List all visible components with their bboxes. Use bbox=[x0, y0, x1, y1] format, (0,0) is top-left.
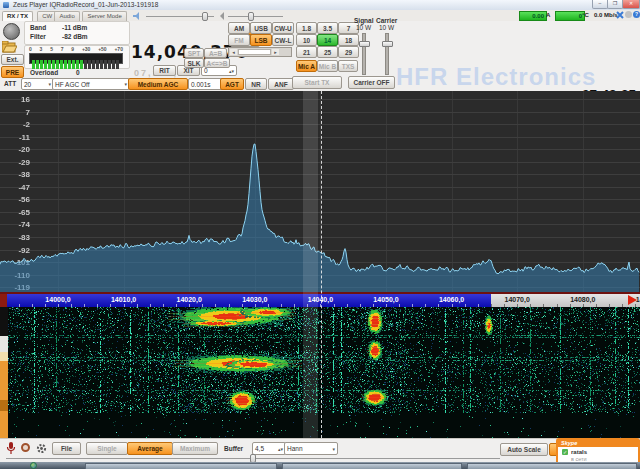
nr-button[interactable]: NR bbox=[245, 78, 267, 90]
hf-agc-value: HF AGC Off bbox=[55, 81, 90, 88]
carrier-power-slider[interactable] bbox=[385, 33, 389, 75]
taskbar-app-button[interactable] bbox=[282, 463, 462, 469]
mic-b-button[interactable]: Mic B bbox=[317, 60, 338, 72]
rit-button[interactable]: RIT bbox=[153, 65, 176, 76]
waterfall-display[interactable] bbox=[8, 307, 640, 438]
band-button-18[interactable]: 18 bbox=[338, 34, 359, 46]
band-button-3_5[interactable]: 3.5 bbox=[317, 22, 338, 34]
band-button-29[interactable]: 29 bbox=[338, 46, 359, 58]
filter-scrollbar[interactable]: ◂ ▸ bbox=[228, 47, 292, 57]
minimize-button[interactable]: – bbox=[592, 0, 608, 9]
auto-scale-button[interactable]: Auto Scale bbox=[500, 443, 548, 456]
mode-button-cw-l[interactable]: CW-L bbox=[272, 34, 294, 46]
mode-button-fm[interactable]: FM bbox=[228, 34, 250, 46]
tab-server-mode[interactable]: Server Mode bbox=[82, 11, 126, 21]
smeter-scale-label: +70 bbox=[114, 46, 122, 52]
online-status-icon: ✓ bbox=[562, 449, 568, 455]
average-button[interactable]: Average bbox=[127, 442, 173, 455]
carrier-power-value: 10 W bbox=[379, 24, 394, 31]
background-window-sliver bbox=[0, 352, 8, 361]
smeter-segment bbox=[56, 60, 59, 69]
pre-button[interactable]: PRE bbox=[1, 66, 24, 78]
rit-value: 0 bbox=[204, 67, 208, 74]
fullscreen-icon[interactable] bbox=[616, 11, 624, 19]
smeter-segment bbox=[64, 60, 67, 69]
ext-button[interactable]: Ext. bbox=[1, 54, 24, 65]
volume-slider-thumb[interactable] bbox=[202, 12, 208, 21]
settings-gear-icon[interactable] bbox=[36, 443, 47, 454]
maximum-button[interactable]: Maximum bbox=[172, 442, 218, 455]
windows-taskbar[interactable] bbox=[0, 462, 640, 469]
smeter-scale-label: 0 bbox=[29, 46, 32, 52]
smeter-scale-label: 3 bbox=[40, 46, 43, 52]
mode-button-usb[interactable]: USB bbox=[250, 22, 272, 34]
skype-header: Skype bbox=[558, 440, 640, 447]
signal-power-thumb[interactable] bbox=[359, 41, 370, 47]
buffer-spinner[interactable]: 4,5▴▾ bbox=[252, 442, 286, 455]
smeter-segment bbox=[104, 60, 107, 69]
anf-button[interactable]: ANF bbox=[268, 78, 294, 90]
taskbar-app-button[interactable] bbox=[85, 463, 277, 469]
agc-time-spinner[interactable]: 0.001s bbox=[188, 78, 223, 90]
agc-time-value: 0.001s bbox=[191, 81, 211, 88]
scroll-right-arrow[interactable]: ▸ bbox=[272, 49, 279, 55]
band-left-marker bbox=[0, 294, 7, 307]
frequency-scale-bar[interactable]: 14000,014010,014020,014030,014040,014050… bbox=[0, 292, 640, 307]
skype-notification[interactable]: Skype ✓ ratals в сети bbox=[556, 438, 640, 464]
smeter-segment bbox=[80, 60, 83, 69]
slk-button[interactable]: SLK bbox=[184, 58, 204, 68]
open-file-icon[interactable] bbox=[2, 41, 17, 53]
signal-power-slider[interactable] bbox=[362, 33, 366, 75]
mic-slider[interactable] bbox=[228, 16, 283, 17]
carrier-power-label: Carrier bbox=[376, 17, 397, 24]
maximize-button[interactable]: ❐ bbox=[607, 0, 623, 9]
band-button-14[interactable]: 14 bbox=[317, 34, 338, 46]
tune-knob[interactable] bbox=[3, 23, 20, 40]
carrier-power-thumb[interactable] bbox=[382, 41, 393, 47]
spt-button[interactable]: SPT bbox=[184, 48, 204, 58]
mode-button-am[interactable]: AM bbox=[228, 22, 250, 34]
start-button[interactable] bbox=[30, 462, 37, 469]
record-mic-icon[interactable] bbox=[6, 442, 16, 455]
frequency-tick-label: 14020,0 bbox=[177, 296, 202, 303]
carrier-off-button[interactable]: Carrier OFF bbox=[348, 76, 395, 89]
window-function-select[interactable]: Hann▾ bbox=[284, 442, 338, 455]
smeter-segment bbox=[96, 60, 99, 69]
txs-button[interactable]: TXS bbox=[338, 60, 358, 72]
help-icon[interactable]: ? bbox=[633, 11, 640, 18]
tab-rx-tx[interactable]: RX / TX bbox=[2, 11, 33, 21]
agt-button[interactable]: AGT bbox=[220, 78, 244, 90]
a-eq-b-button[interactable]: A=B bbox=[204, 48, 227, 58]
smeter-segment bbox=[32, 60, 35, 69]
hf-agc-select[interactable]: HF AGC Off▾ bbox=[52, 78, 130, 90]
scroll-left-arrow[interactable]: ◂ bbox=[230, 49, 237, 55]
record-dot-icon[interactable] bbox=[21, 443, 30, 452]
spectrum-display[interactable] bbox=[0, 91, 640, 292]
file-button[interactable]: File bbox=[52, 442, 81, 455]
smeter-segment bbox=[40, 60, 43, 69]
start-tx-button[interactable]: Start TX bbox=[292, 76, 342, 89]
control-panel: Ext. PRE Band -11 dBm Filter -82 dBm 035… bbox=[0, 21, 640, 91]
close-button[interactable]: ✕ bbox=[622, 0, 640, 9]
band-button-25[interactable]: 25 bbox=[317, 46, 338, 58]
medium-agc-button[interactable]: Medium AGC bbox=[128, 78, 188, 90]
single-button[interactable]: Single bbox=[86, 442, 128, 455]
band-button-21[interactable]: 21 bbox=[296, 46, 317, 58]
frequency-tick-label: 14090,0 bbox=[636, 296, 640, 303]
att-select[interactable]: 20▾ bbox=[21, 78, 54, 90]
background-window-sliver bbox=[0, 307, 8, 336]
mode-button-lsb[interactable]: LSB bbox=[250, 34, 272, 46]
tab-audio[interactable]: Audio bbox=[54, 11, 79, 21]
band-button-10[interactable]: 10 bbox=[296, 34, 317, 46]
taskbar-app-button[interactable] bbox=[467, 463, 637, 469]
scrollbar-thumb[interactable] bbox=[238, 49, 271, 55]
buffer-value: 4,5 bbox=[255, 445, 264, 452]
a-swap-b-button[interactable]: A<=>B bbox=[204, 58, 230, 68]
mic-a-button[interactable]: Mic A bbox=[296, 60, 317, 72]
filter-label: Filter bbox=[30, 33, 46, 40]
smeter-segment bbox=[116, 60, 119, 69]
band-button-1_8[interactable]: 1.8 bbox=[296, 22, 317, 34]
smeter-scale: 03579+30+50+70 bbox=[29, 46, 123, 52]
mode-button-cw-u[interactable]: CW-U bbox=[272, 22, 294, 34]
mic-slider-thumb[interactable] bbox=[248, 12, 254, 21]
